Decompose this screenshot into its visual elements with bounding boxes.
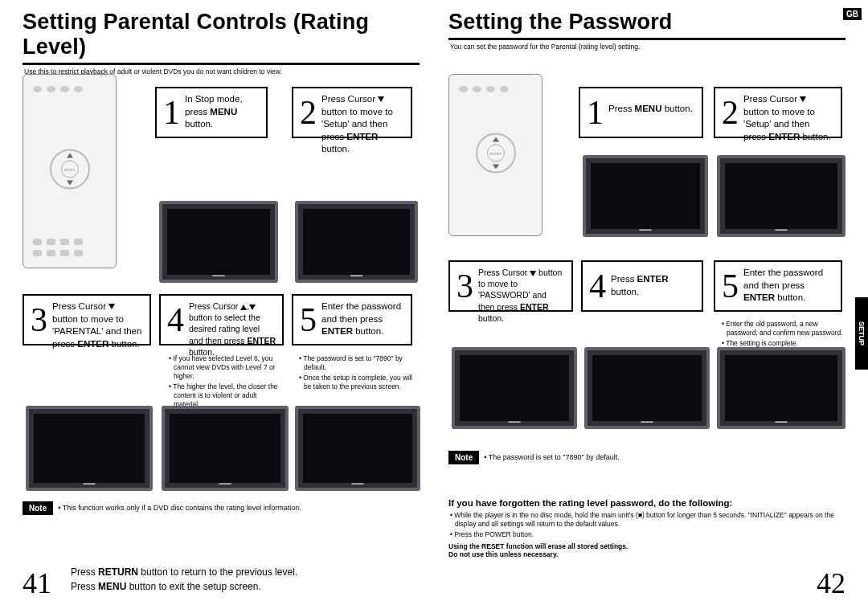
tv-screenshot: ▬▬▬ SETUP > PARENTALLEVEL 8 LEVEL 7 LEVE…: [162, 406, 289, 491]
step-number: 4: [589, 267, 606, 305]
section-tab: SETUP: [855, 297, 868, 370]
note-badge: Note: [448, 451, 479, 464]
bullet: Enter the old password, a new password, …: [727, 320, 845, 337]
tv-screenshot: ▬▬▬ Press Enter keyfor Disc Menu: [583, 155, 708, 237]
tv-screenshot: ▬▬▬ ▯ ▯ ▯ ▯: [295, 406, 420, 491]
language-badge: GB: [843, 8, 862, 20]
step-text: Press Cursor button to move to 'Setup' a…: [743, 93, 834, 132]
step-number: 1: [587, 93, 604, 132]
page-title: Setting Parental Controls (Rating Level): [23, 10, 369, 59]
bullet: The password is set to "7890" by default…: [304, 354, 414, 372]
bullet: If you have selected Level 6, you cannot…: [174, 354, 284, 381]
step-number: 5: [300, 300, 317, 339]
page-title: Setting the Password: [448, 10, 673, 34]
tv-screenshot: ▬▬▬ Press Enter keyfor Disc Menu: [159, 201, 278, 283]
remote-illustration: ENTER: [23, 74, 117, 268]
step-number: 4: [167, 300, 184, 339]
step-text: Enter the password and then press ENTER …: [321, 300, 404, 339]
subtitle: You can set the password for the Parenta…: [450, 43, 845, 51]
footer-line: Press RETURN button to return to the pre…: [71, 566, 297, 578]
step-number: 2: [300, 93, 317, 132]
step-text: Press Cursor button to move to 'Setup' a…: [321, 93, 404, 132]
tv-screenshot: ▬▬▬ Old ▯ ▯ ▯ ▯ New ▯ ▯ ▯ ▯ Confirm ▯ ▯ …: [717, 347, 845, 429]
step-text: In Stop mode, press MENU button.: [185, 93, 260, 132]
step-number: 5: [722, 267, 739, 305]
tv-screenshot: ▬▬▬ SETUP LANGUAGE TV DISPLAYWIDE DRCON …: [717, 155, 845, 237]
step-number: 2: [722, 93, 739, 132]
remote-illustration: ENTER: [448, 74, 542, 236]
warning: Do not use this unless necessary.: [448, 550, 849, 558]
page-number: 42: [817, 566, 845, 600]
warning: Using the RESET function will erase all …: [448, 542, 849, 550]
page-number: 41: [23, 566, 51, 600]
tv-screenshot: ▬▬▬ SETUP LANGUAGE TV DISPLAYWIDE PARENT…: [26, 406, 153, 491]
forgot-heading: If you have forgotten the rating level p…: [448, 498, 849, 508]
step-number: 3: [31, 300, 47, 339]
note-badge: Note: [23, 501, 53, 515]
step-number: 3: [457, 267, 473, 305]
bullet: Once the setup is complete, you will be …: [304, 374, 414, 391]
tv-screenshot: ▬▬▬ SETUP LANGUAGE TV DISPLAYWIDE DRCON …: [452, 347, 577, 429]
footer-line: Press MENU button to exit the setup scre…: [71, 581, 297, 592]
note-text: • This function works only if a DVD disc…: [58, 501, 301, 512]
step-text: Press ENTER button.: [611, 267, 695, 305]
step-text: Press Cursor button to move to 'PASSWORD…: [478, 267, 565, 305]
note-text: • The password is set to "7890" by defau…: [484, 451, 619, 461]
bullet: While the player is in the no disc mode,…: [455, 511, 849, 529]
tv-screenshot: ▬▬▬ SETUP > PASSWORDCHANGE: [584, 347, 710, 429]
step-text: Press Cursor , button to select the desi…: [189, 300, 276, 339]
bullet: Press the POWER button.: [455, 530, 849, 539]
step-text: Press Cursor button to move to 'PARENTAL…: [52, 300, 143, 339]
tv-screenshot: ▬▬▬ SETUP LANGUAGE TV DISPLAYWIDE PARENT…: [295, 201, 418, 283]
step-text: Press MENU button.: [608, 93, 693, 132]
step-text: Enter the password and then press ENTER …: [743, 267, 834, 305]
step-number: 1: [163, 93, 180, 132]
